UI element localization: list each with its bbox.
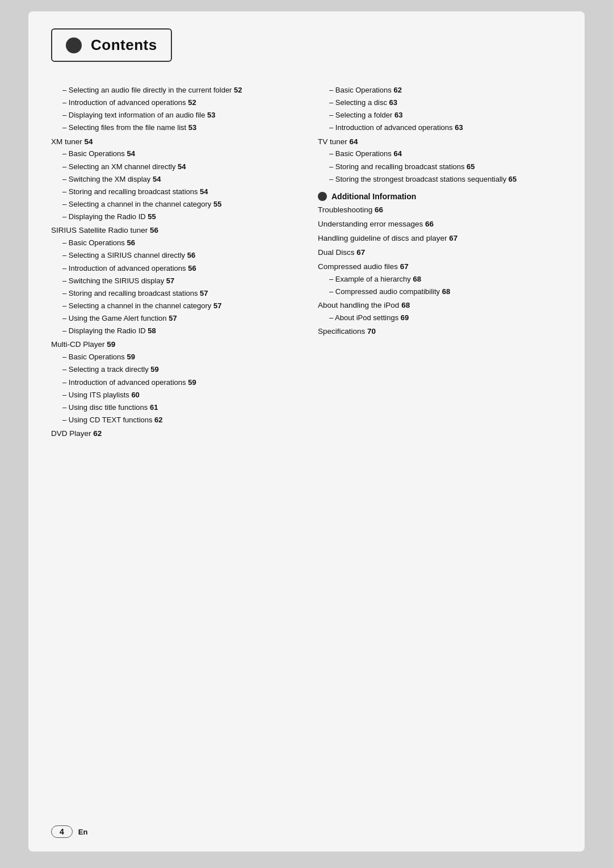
page-num: 67 — [400, 262, 409, 271]
list-item: – Displaying the Radio ID 58 — [51, 325, 295, 337]
list-item: – Storing and recalling broadcast statio… — [51, 288, 295, 299]
item-text: Specifications — [318, 327, 367, 336]
contents-header: Contents — [51, 28, 172, 62]
item-text: XM tuner — [51, 137, 85, 146]
page-num: 53 — [188, 123, 196, 132]
item-text: – Introduction of advanced operations — [62, 264, 188, 272]
header-bullet — [66, 37, 82, 53]
list-item: – Selecting an audio file directly in th… — [51, 85, 295, 96]
list-item: Specifications 70 — [318, 326, 562, 338]
list-item: – Selecting files from the file name lis… — [51, 122, 295, 133]
page-num: 57 — [166, 276, 174, 285]
page-num: 59 — [188, 378, 196, 387]
list-item: Troubleshooting 66 — [318, 204, 562, 216]
list-item: – Introduction of advanced operations 63 — [318, 122, 562, 133]
item-text: DVD Player — [51, 429, 93, 438]
item-text: – Basic Operations — [329, 86, 393, 94]
page-num: 66 — [375, 206, 383, 214]
page-num: 59 — [127, 353, 135, 361]
page-number: 4 — [51, 825, 73, 838]
item-text: – Displaying text information of an audi… — [62, 111, 207, 119]
content-area: – Selecting an audio file directly in th… — [51, 85, 562, 441]
list-item: – About iPod settings 69 — [318, 312, 562, 324]
item-text: Troubleshooting — [318, 206, 375, 214]
item-text: – Selecting a SIRIUS channel directly — [62, 251, 187, 259]
item-text: – Storing and recalling broadcast statio… — [62, 289, 200, 297]
page-num: 54 — [178, 162, 186, 171]
left-column: – Selecting an audio file directly in th… — [51, 85, 295, 441]
page-num: 68 — [401, 301, 410, 309]
list-item: – Basic Operations 64 — [318, 148, 562, 160]
item-text: – Selecting an audio file directly in th… — [62, 86, 234, 94]
page-num: 59 — [150, 365, 158, 374]
page-num: 57 — [169, 314, 177, 322]
item-text: – Displaying the Radio ID — [62, 326, 148, 335]
item-text: – Basic Operations — [329, 149, 393, 158]
list-item: About handling the iPod 68 — [318, 300, 562, 312]
item-text: – Using CD TEXT functions — [62, 416, 154, 424]
list-item: TV tuner 64 — [318, 136, 562, 148]
page-num: 54 — [127, 149, 135, 158]
list-item: – Compressed audio compatibility 68 — [318, 286, 562, 297]
item-text: – Selecting a channel in the channel cat… — [62, 200, 213, 208]
list-item: XM tuner 54 — [51, 136, 295, 148]
list-item: DVD Player 62 — [51, 428, 295, 440]
page-num: 63 — [394, 111, 402, 119]
page-num: 54 — [85, 137, 93, 146]
page-num: 53 — [207, 111, 215, 119]
page-num: 58 — [148, 326, 156, 335]
item-text: – Storing and recalling broadcast statio… — [329, 162, 467, 171]
item-text: – Selecting an XM channel directly — [62, 162, 178, 171]
list-item: Multi-CD Player 59 — [51, 339, 295, 351]
page-num: 67 — [356, 248, 365, 257]
footer: 4 En — [51, 825, 87, 838]
page-num: 67 — [449, 234, 457, 242]
list-item: – Selecting a channel in the channel cat… — [51, 300, 295, 312]
list-item: Compressed audio files 67 — [318, 261, 562, 273]
page-num: 55 — [213, 200, 221, 208]
item-text: TV tuner — [318, 137, 350, 146]
list-item: – Using ITS playlists 60 — [51, 389, 295, 401]
list-item: – Selecting a disc 63 — [318, 97, 562, 108]
additional-bullet — [318, 192, 327, 201]
page-num: 54 — [200, 187, 208, 196]
page-num: 54 — [153, 175, 161, 183]
item-text: – Using disc title functions — [62, 403, 150, 412]
list-item: – Selecting a folder 63 — [318, 110, 562, 121]
item-text: – Selecting files from the file name lis… — [62, 123, 188, 132]
list-item: Dual Discs 67 — [318, 247, 562, 259]
page-num: 57 — [200, 289, 208, 297]
list-item: – Storing and recalling broadcast statio… — [51, 186, 295, 198]
item-text: – Introduction of advanced operations — [329, 123, 455, 132]
page-num: 68 — [413, 275, 421, 283]
list-item: – Using CD TEXT functions 62 — [51, 414, 295, 426]
item-text: – Selecting a track directly — [62, 365, 150, 374]
item-text: Handling guideline of discs and player — [318, 234, 449, 242]
page: Contents – Selecting an audio file direc… — [28, 11, 585, 852]
page-num: 68 — [442, 287, 450, 296]
list-item: – Selecting a track directly 59 — [51, 364, 295, 375]
list-item: – Basic Operations 54 — [51, 148, 295, 160]
item-text: – Storing the strongest broadcast statio… — [329, 175, 509, 183]
list-item: – Using disc title functions 61 — [51, 402, 295, 413]
right-column: – Basic Operations 62– Selecting a disc … — [318, 85, 562, 441]
item-text: – Selecting a folder — [329, 111, 394, 119]
item-text: – Compressed audio compatibility — [329, 287, 442, 296]
list-item: – Introduction of advanced operations 56 — [51, 263, 295, 274]
item-text: Dual Discs — [318, 248, 356, 257]
list-item: – Storing the strongest broadcast statio… — [318, 174, 562, 185]
page-num: 63 — [389, 98, 397, 107]
page-num: 63 — [455, 123, 463, 132]
item-text: Compressed audio files — [318, 262, 400, 271]
page-num: 62 — [93, 429, 102, 438]
item-text: – Storing and recalling broadcast statio… — [62, 187, 200, 196]
list-item: SIRIUS Satellite Radio tuner 56 — [51, 225, 295, 237]
page-num: 65 — [467, 162, 475, 171]
page-num: 69 — [401, 313, 409, 322]
item-text: – Using the Game Alert function — [62, 314, 169, 322]
list-item: – Selecting a SIRIUS channel directly 56 — [51, 250, 295, 261]
list-item: Understanding error messages 66 — [318, 219, 562, 230]
page-num: 57 — [213, 301, 221, 310]
page-num: 52 — [188, 98, 196, 107]
item-text: – Introduction of advanced operations — [62, 98, 188, 107]
